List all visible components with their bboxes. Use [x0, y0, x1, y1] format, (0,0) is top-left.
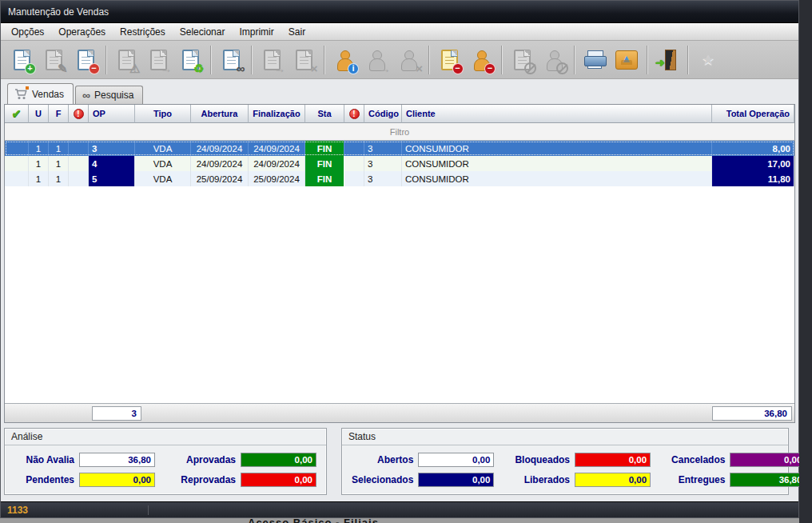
warn-badge-icon: ⚠ — [129, 62, 140, 74]
table-row[interactable]: 1 1 5 VDA 25/09/2024 25/09/2024 FIN 3 CO… — [5, 171, 794, 186]
table-row[interactable]: 1 1 3 VDA 24/09/2024 24/09/2024 FIN 3 CO… — [5, 141, 794, 156]
status-field: Entregues36,80 — [671, 473, 806, 487]
arrow-badge-icon: → — [274, 62, 286, 74]
deny-customer-button[interactable] — [538, 44, 570, 76]
alert-icon: ! — [74, 109, 84, 119]
statusbar-divider — [148, 505, 149, 515]
search-record-button[interactable]: ∞ — [215, 44, 247, 76]
status-badge: FIN — [305, 141, 344, 156]
record-forward-button[interactable]: → — [142, 44, 174, 76]
block-customer-button[interactable]: − — [465, 44, 497, 76]
edit-record-button[interactable]: ✎ — [38, 44, 70, 76]
cross-badge-icon: × — [416, 62, 423, 74]
status-field: Abertos0,00 — [352, 453, 494, 467]
col-check[interactable]: ✔ — [5, 105, 29, 123]
analise-field: Pendentes0,00 — [14, 473, 155, 487]
block-badge-icon: − — [484, 63, 496, 74]
analise-field: Reprovadas0,00 — [176, 473, 316, 487]
toolbar-separator — [687, 46, 688, 74]
col-f[interactable]: F — [49, 105, 69, 123]
cross-badge-icon: × — [311, 62, 318, 74]
status-field: Cancelados0,00 — [671, 453, 806, 467]
status-field: Liberados0,00 — [515, 473, 651, 487]
status-field-value: 0,00 — [730, 453, 806, 467]
toolbar-separator — [647, 46, 647, 74]
plus-badge-icon: + — [25, 63, 36, 74]
col-total-operacao[interactable]: Total Operação — [712, 105, 794, 123]
col-tipo[interactable]: Tipo — [135, 105, 191, 123]
analise-field: Não Avalia36,80 — [14, 453, 155, 467]
filter-row[interactable]: Filtro — [5, 123, 794, 141]
grid-summary-row: 3 36,80 — [5, 403, 794, 422]
col-codigo[interactable]: Código — [364, 105, 402, 123]
export-record-button[interactable]: → — [256, 44, 288, 76]
star-icon: ★ — [702, 52, 714, 68]
customer-cancel-button[interactable]: × — [392, 44, 424, 76]
deny-badge-icon — [524, 62, 536, 74]
status-field-label: Liberados — [515, 474, 570, 485]
tab-vendas[interactable]: Vendas — [7, 83, 74, 104]
person-icon — [400, 50, 417, 70]
record-warning-button[interactable]: ⚠ — [110, 44, 142, 76]
background-window-text: Acesso Básico - Filiais — [248, 518, 379, 523]
col-sta[interactable]: Sta — [305, 105, 344, 123]
analise-field-value: 0,00 — [241, 453, 316, 467]
deny-record-button[interactable] — [506, 44, 538, 76]
menu-imprimir[interactable]: Imprimir — [232, 25, 281, 39]
exit-button[interactable]: ➜ — [651, 44, 683, 76]
col-abertura[interactable]: Abertura — [191, 105, 249, 123]
app-window: Manutenção de Vendas Opções Operações Re… — [0, 0, 799, 518]
menu-opcoes[interactable]: Opções — [4, 25, 51, 39]
col-op[interactable]: OP — [89, 105, 135, 123]
customer-info-button[interactable]: i — [328, 44, 360, 76]
toolbar-separator — [251, 46, 252, 74]
status-field-label: Entregues — [671, 474, 725, 485]
binoc-badge-icon: ∞ — [237, 62, 245, 74]
menu-operacoes[interactable]: Operações — [51, 25, 113, 39]
analise-field-label: Não Avalia — [14, 454, 74, 465]
block-record-button[interactable]: − — [433, 44, 465, 76]
title-bar[interactable]: Manutenção de Vendas — [1, 1, 798, 23]
status-bar: 1133 — [1, 501, 798, 517]
col-cliente[interactable]: Cliente — [402, 105, 712, 123]
analise-panel: Análise Não Avalia36,80Aprovadas0,00Pend… — [4, 428, 327, 495]
col-finalizacao[interactable]: Finalização — [249, 105, 305, 123]
delete-record-button[interactable]: − — [70, 44, 102, 76]
print-button[interactable] — [579, 44, 611, 76]
menu-selecionar[interactable]: Selecionar — [173, 25, 233, 39]
refresh-records-button[interactable]: ♻ — [174, 44, 206, 76]
filter-label: Filtro — [390, 127, 409, 137]
statusbar-code: 1133 — [7, 505, 28, 516]
status-field-label: Cancelados — [671, 454, 725, 465]
archive-upload-button[interactable] — [611, 44, 643, 76]
arrow-badge-icon: → — [161, 62, 173, 74]
toolbar-separator — [210, 46, 211, 74]
status-badge: FIN — [305, 156, 344, 171]
customer-forward-button[interactable]: → — [360, 44, 392, 76]
status-field-label: Bloqueados — [515, 454, 570, 465]
col-alert1[interactable]: ! — [69, 105, 89, 123]
favorite-button[interactable]: ★ — [692, 44, 724, 76]
block-badge-icon: − — [452, 63, 464, 74]
menu-bar: Opções Operações Restrições Selecionar I… — [1, 23, 798, 41]
toolbar-separator — [501, 46, 502, 74]
tab-strip: Vendas ∞ Pesquisa — [4, 83, 795, 104]
alert-icon: ! — [349, 109, 360, 119]
analise-field-value: 0,00 — [79, 473, 155, 487]
status-field-value: 0,00 — [575, 473, 651, 487]
tab-pesquisa[interactable]: ∞ Pesquisa — [75, 86, 143, 104]
status-field-value: 0,00 — [575, 453, 651, 467]
status-field-value: 36,80 — [730, 473, 806, 487]
cancel-record-button[interactable]: × — [288, 44, 320, 76]
col-alert2[interactable]: ! — [344, 105, 364, 123]
table-row[interactable]: 1 1 4 VDA 24/09/2024 24/09/2024 FIN 3 CO… — [5, 156, 794, 171]
new-record-button[interactable]: + — [6, 44, 38, 76]
status-field: Selecionados0,00 — [352, 473, 494, 487]
background-window-right — [799, 0, 812, 523]
main-content: Vendas ∞ Pesquisa ✔ U F ! OP Tipo Abertu… — [1, 79, 798, 498]
col-u[interactable]: U — [29, 105, 49, 123]
status-title: Status — [342, 429, 788, 445]
menu-restricoes[interactable]: Restrições — [113, 25, 173, 39]
menu-sair[interactable]: Sair — [281, 25, 312, 39]
check-icon: ✔ — [12, 107, 22, 120]
